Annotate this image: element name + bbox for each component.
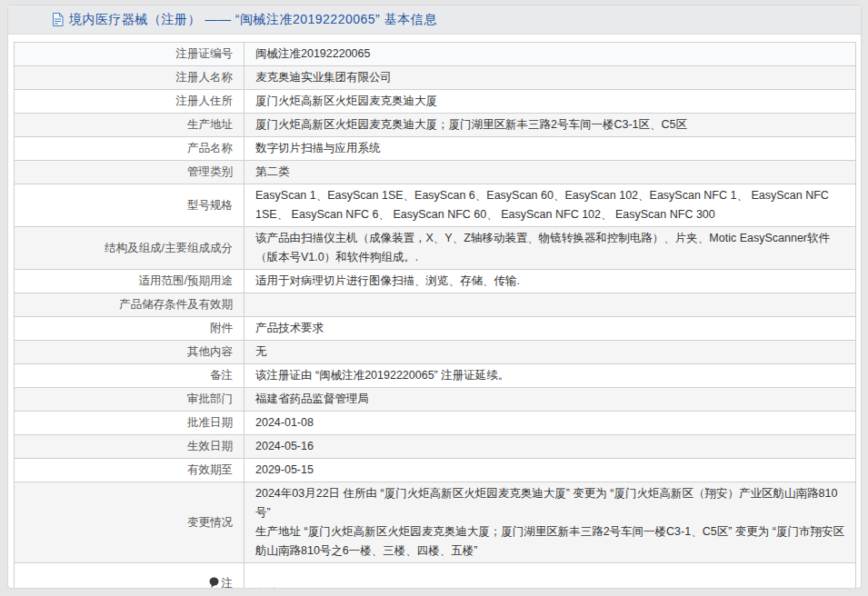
document-icon [52, 13, 64, 26]
page-title: 境内医疗器械（注册） —— “闽械注准20192220065” 基本信息 [69, 12, 437, 28]
table-row: 管理类别 第二类 [15, 161, 856, 184]
detail-link[interactable]: 详情 [255, 587, 278, 589]
row-value: EasyScan 1、EasyScan 1SE、EasyScan 6、EasyS… [244, 184, 856, 227]
row-label: 产品名称 [15, 137, 244, 161]
row-label: 适用范围/预期用途 [15, 270, 244, 293]
row-value: 厦门火炬高新区火炬园麦克奥迪大厦；厦门湖里区新丰三路2号车间一楼C3-1区、C5… [244, 114, 856, 137]
panel-body: 注册证编号 闽械注准20192220065 注册人名称 麦克奥迪实业集团有限公司… [8, 35, 861, 589]
table-row: 注册人住所 厦门火炬高新区火炬园麦克奥迪大厦 [15, 90, 856, 114]
row-value: 无 [244, 341, 856, 364]
row-value: 2029-05-15 [244, 459, 856, 482]
table-row: 批准日期 2024-01-08 [15, 412, 856, 435]
table-row: 型号规格 EasyScan 1、EasyScan 1SE、EasyScan 6、… [15, 184, 856, 227]
row-value: 该注册证由 “闽械注准20192220065” 注册证延续。 [244, 364, 856, 388]
row-label: 生产地址 [15, 114, 244, 137]
row-value: 第二类 [244, 161, 856, 184]
row-label: 批准日期 [15, 412, 244, 435]
row-label: 附件 [15, 317, 244, 341]
row-value: 适用于对病理切片进行图像扫描、浏览、存储、传输. [244, 270, 856, 293]
table-row: 审批部门 福建省药品监督管理局 [15, 388, 856, 412]
table-row: 结构及组成/主要组成成分 该产品由扫描仪主机（成像装置，X、Y、Z轴移动装置、物… [15, 227, 856, 270]
row-label: 有效期至 [15, 459, 244, 482]
row-value: 2024-05-16 [244, 435, 856, 459]
row-value: 2024年03月22日 住所由 “厦门火炬高新区火炬园麦克奥迪大厦” 变更为 “… [244, 482, 856, 563]
row-label: 审批部门 [15, 388, 244, 412]
table-row: 注册人名称 麦克奥迪实业集团有限公司 [15, 66, 856, 90]
row-value: 2024-01-08 [244, 412, 856, 435]
row-value: 详情 [244, 563, 856, 590]
row-label: 生效日期 [15, 435, 244, 459]
table-row: 产品名称 数字切片扫描与应用系统 [15, 137, 856, 161]
row-label: 管理类别 [15, 161, 244, 184]
row-label-text: 注 [222, 577, 234, 590]
row-value: 产品技术要求 [244, 317, 856, 341]
table-row: 产品储存条件及有效期 [15, 293, 856, 317]
table-row: 其他内容 无 [15, 341, 856, 364]
comment-icon [209, 576, 219, 590]
row-value: 该产品由扫描仪主机（成像装置，X、Y、Z轴移动装置、物镜转换器和控制电路）、片夹… [244, 227, 856, 270]
table-row: 生产地址 厦门火炬高新区火炬园麦克奥迪大厦；厦门湖里区新丰三路2号车间一楼C3-… [15, 114, 856, 137]
row-label: 变更情况 [15, 482, 244, 563]
table-row: 附件 产品技术要求 [15, 317, 856, 341]
registration-info-table: 注册证编号 闽械注准20192220065 注册人名称 麦克奥迪实业集团有限公司… [14, 42, 856, 589]
row-label: 注册人名称 [15, 66, 244, 90]
content-panel: 境内医疗器械（注册） —— “闽械注准20192220065” 基本信息 注册证… [7, 5, 862, 589]
table-row-note: 注 详情 [15, 563, 856, 590]
row-value: 数字切片扫描与应用系统 [244, 137, 856, 161]
table-row: 有效期至 2029-05-15 [15, 459, 856, 482]
row-value: 麦克奥迪实业集团有限公司 [244, 66, 856, 90]
row-value: 福建省药品监督管理局 [244, 388, 856, 412]
row-label: 型号规格 [15, 184, 244, 227]
row-label: 注册人住所 [15, 90, 244, 114]
row-label: 结构及组成/主要组成成分 [15, 227, 244, 270]
row-label: 注册证编号 [15, 43, 244, 66]
row-value: 厦门火炬高新区火炬园麦克奥迪大厦 [244, 90, 856, 114]
table-row: 生效日期 2024-05-16 [15, 435, 856, 459]
row-value [244, 293, 856, 317]
panel-header: 境内医疗器械（注册） —— “闽械注准20192220065” 基本信息 [8, 5, 861, 35]
table-row: 备注 该注册证由 “闽械注准20192220065” 注册证延续。 [15, 364, 856, 388]
row-value: 闽械注准20192220065 [244, 43, 856, 66]
row-label: 备注 [15, 364, 244, 388]
table-row: 变更情况 2024年03月22日 住所由 “厦门火炬高新区火炬园麦克奥迪大厦” … [15, 482, 856, 563]
row-label: 其他内容 [15, 341, 244, 364]
row-label: 注 [15, 563, 244, 590]
table-row: 注册证编号 闽械注准20192220065 [15, 43, 856, 66]
row-label: 产品储存条件及有效期 [15, 293, 244, 317]
table-row: 适用范围/预期用途 适用于对病理切片进行图像扫描、浏览、存储、传输. [15, 270, 856, 293]
